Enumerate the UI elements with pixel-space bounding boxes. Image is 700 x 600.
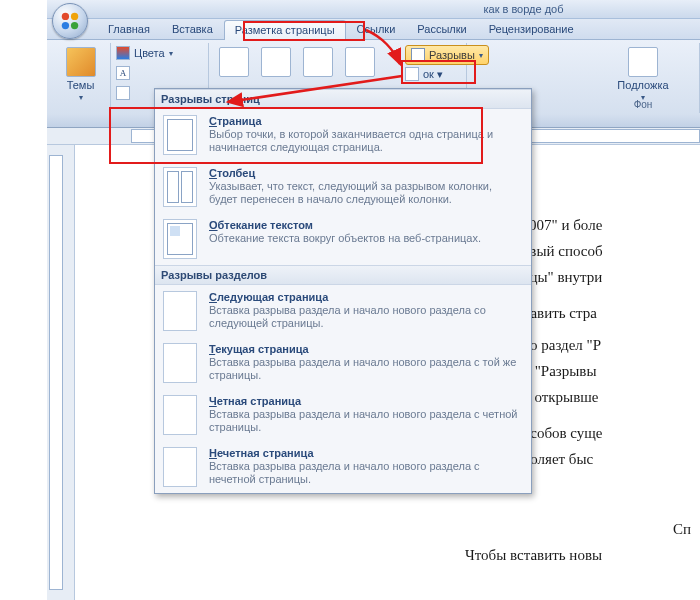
office-button[interactable] (52, 3, 88, 39)
dropdown-section-page-breaks: Разрывы страниц (155, 89, 531, 109)
watermark-icon (628, 47, 658, 77)
breaks-dropdown: Разрывы страниц ССтраницатраницаВыбор то… (154, 88, 532, 494)
tab-review[interactable]: Рецензирование (478, 19, 585, 40)
svg-point-1 (71, 13, 78, 20)
group-bg-label: Фон (587, 99, 699, 113)
group-themes: Темы ▾ (51, 43, 111, 113)
vertical-ruler[interactable] (49, 155, 63, 590)
break-next-page-item[interactable]: Следующая страницаВставка разрыва раздел… (155, 285, 531, 337)
window-title: как в ворде доб (483, 3, 563, 15)
text-wrap-icon (163, 219, 197, 259)
margins-button[interactable] (215, 45, 253, 79)
chevron-down-icon: ▾ (169, 49, 173, 58)
colors-icon (116, 46, 130, 60)
tab-page-layout[interactable]: Разметка страницы (224, 20, 346, 41)
svg-point-2 (62, 22, 69, 29)
title-bar: как в ворде доб (47, 0, 700, 19)
themes-label: Темы (67, 79, 95, 91)
size-button[interactable] (299, 45, 337, 79)
next-page-icon (163, 291, 197, 331)
breaks-button[interactable]: Разрывы ▾ (405, 45, 489, 65)
even-page-icon (163, 395, 197, 435)
margins-icon (219, 47, 249, 77)
ribbon-tabs: Главная Вставка Разметка страницы Ссылки… (47, 19, 700, 40)
continuous-icon (163, 343, 197, 383)
orientation-button[interactable] (257, 45, 295, 79)
left-gutter (47, 145, 75, 600)
break-continuous-item[interactable]: Текущая страницаВставка разрыва раздела … (155, 337, 531, 389)
tab-insert[interactable]: Вставка (161, 19, 224, 40)
line-numbers-button[interactable]: ок ▾ (405, 67, 443, 81)
office-logo-icon (59, 10, 81, 32)
watermark-button[interactable]: Подложка ▾ (587, 45, 699, 104)
themes-button[interactable]: Темы ▾ (51, 45, 110, 104)
break-textwrap-item[interactable]: Обтекание текстомОбтекание текста вокруг… (155, 213, 531, 265)
themes-icon (66, 47, 96, 77)
fonts-button[interactable]: A (113, 63, 208, 83)
odd-page-icon (163, 447, 197, 487)
tab-home[interactable]: Главная (97, 19, 161, 40)
break-page-item[interactable]: ССтраницатраницаВыбор точки, в которой з… (155, 109, 531, 161)
chevron-down-icon: ▾ (79, 93, 83, 102)
break-column-item[interactable]: СтолбецУказывает, что текст, следующий з… (155, 161, 531, 213)
tab-references[interactable]: Ссылки (346, 19, 407, 40)
columns-button[interactable] (341, 45, 379, 79)
tab-mailings[interactable]: Рассылки (406, 19, 477, 40)
columns-icon (345, 47, 375, 77)
break-odd-page-item[interactable]: Нечетная страницаВставка разрыва раздела… (155, 441, 531, 493)
chevron-down-icon: ▾ (479, 51, 483, 60)
break-even-page-item[interactable]: Четная страницаВставка разрыва раздела и… (155, 389, 531, 441)
colors-button[interactable]: Цвета ▾ (113, 43, 208, 63)
page-break-icon (163, 115, 197, 155)
size-icon (303, 47, 333, 77)
svg-point-3 (71, 22, 78, 29)
line-numbers-icon (405, 67, 419, 81)
breaks-label: Разрывы (429, 49, 475, 61)
orientation-icon (261, 47, 291, 77)
fonts-icon: A (116, 66, 130, 80)
group-page-background: Подложка ▾ Фон (587, 43, 700, 113)
svg-point-0 (62, 13, 69, 20)
column-break-icon (163, 167, 197, 207)
breaks-icon (411, 48, 425, 62)
effects-icon (116, 86, 130, 100)
dropdown-section-section-breaks: Разрывы разделов (155, 265, 531, 285)
